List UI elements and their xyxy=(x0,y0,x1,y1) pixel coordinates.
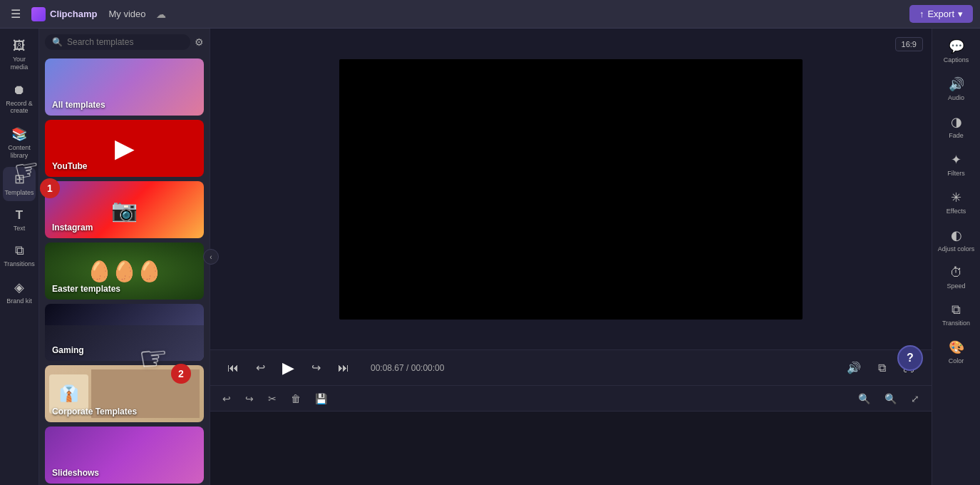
filters-icon: ✦ xyxy=(951,152,961,168)
total-time: 00:00:00 xyxy=(411,363,445,373)
aspect-ratio-badge[interactable]: 16:9 xyxy=(895,37,923,51)
file-name[interactable]: My video xyxy=(108,9,145,19)
right-tool-speed[interactable]: ⏱ Speed xyxy=(937,261,976,294)
search-input[interactable] xyxy=(67,37,183,47)
skip-forward-button[interactable]: ⏭ xyxy=(335,359,352,377)
export-label: Export xyxy=(927,9,954,19)
search-input-wrap[interactable]: 🔍 xyxy=(45,34,190,50)
right-tool-captions[interactable]: 💬 Captions xyxy=(937,34,976,68)
easter-eggs-icon: 🥚🥚🥚 xyxy=(87,260,162,283)
filters-label: Filters xyxy=(947,170,965,177)
logo-text: Clipchamp xyxy=(50,9,97,19)
transitions-icon: ⧉ xyxy=(15,243,24,258)
sidebar-item-transitions[interactable]: ⧉ Transitions xyxy=(3,239,36,272)
app-logo: Clipchamp xyxy=(31,7,97,21)
right-tool-color[interactable]: 🎨 Color xyxy=(937,335,976,369)
right-tool-audio[interactable]: 🔊 Audio xyxy=(937,72,976,106)
template-easter-label: Easter templates xyxy=(52,284,120,294)
text-label: Text xyxy=(14,225,26,233)
sidebar-item-text[interactable]: T Text xyxy=(3,204,36,237)
brand-kit-label: Brand kit xyxy=(6,297,32,305)
speed-icon: ⏱ xyxy=(950,265,963,280)
youtube-icon: ▶ xyxy=(115,133,135,163)
record-create-label: Record & create xyxy=(4,100,34,116)
sidebar-item-templates[interactable]: ⊞ Templates xyxy=(3,167,36,201)
effects-icon: ✳ xyxy=(951,190,961,205)
redo-button[interactable]: ↪ xyxy=(242,391,257,407)
sidebar-item-content-library[interactable]: 📚 Content library xyxy=(3,122,36,164)
template-card-instagram[interactable]: 📷 Instagram xyxy=(45,181,204,238)
right-tool-fade[interactable]: ◑ Fade xyxy=(937,110,976,143)
play-button[interactable]: ▶ xyxy=(279,356,297,380)
current-time: 00:08.67 xyxy=(371,363,404,373)
template-corporate-label: Corporate Templates xyxy=(52,407,137,417)
search-icon: 🔍 xyxy=(52,37,63,47)
sidebar-item-your-media[interactable]: 🖼 Your media xyxy=(3,34,36,76)
captions-label: Captions xyxy=(944,56,969,63)
right-tool-adjust-colors[interactable]: ◐ Adjust colors xyxy=(937,223,976,257)
time-separator: / xyxy=(406,363,411,373)
export-button[interactable]: ↑ Export ▾ xyxy=(909,5,973,23)
sidebar-item-brand-kit[interactable]: ◈ Brand kit xyxy=(3,275,36,310)
template-youtube-label: YouTube xyxy=(52,161,88,171)
adjust-colors-icon: ◐ xyxy=(951,228,962,243)
forward-button[interactable]: ↪ xyxy=(309,358,324,377)
timeline-toolbar: ↩ ↪ ✂ 🗑 💾 🔍 🔍 ⤢ xyxy=(210,386,932,412)
your-media-label: Your media xyxy=(4,56,34,71)
topbar: ☰ Clipchamp My video ☁ ↑ Export ▾ xyxy=(0,0,980,29)
template-card-all-templates[interactable]: All templates xyxy=(45,58,204,116)
adjust-colors-label: Adjust colors xyxy=(938,245,975,252)
audio-label: Audio xyxy=(948,94,964,101)
save-button[interactable]: 💾 xyxy=(311,391,331,407)
panel-wrapper: 🔍 ⚙ All templates ▶ YouTube 📷 xyxy=(39,29,210,485)
left-sidebar: 🖼 Your media ⏺ Record & create 📚 Content… xyxy=(0,29,39,485)
main-layout: 🖼 Your media ⏺ Record & create 📚 Content… xyxy=(0,29,980,485)
captions-icon: 💬 xyxy=(949,39,964,54)
cloud-sync-icon: ☁ xyxy=(156,9,166,20)
transition-icon: ⧉ xyxy=(951,302,961,317)
fade-label: Fade xyxy=(949,132,964,139)
video-screen xyxy=(339,59,803,320)
center-area: 16:9 ⏮ ↩ ▶ ↪ ⏭ 00:08.67 / 00:00:00 🔊 ⧉ ⛶… xyxy=(210,29,932,485)
collapse-panel-button[interactable]: ‹ xyxy=(203,249,219,265)
rewind-button[interactable]: ↩ xyxy=(253,358,268,377)
zoom-out-button[interactable]: 🔍 xyxy=(855,391,874,407)
cut-button[interactable]: ✂ xyxy=(264,391,280,407)
skip-back-button[interactable]: ⏮ xyxy=(225,359,242,377)
right-tool-effects[interactable]: ✳ Effects xyxy=(937,185,976,219)
right-tool-transition[interactable]: ⧉ Transition xyxy=(937,298,976,331)
template-instagram-label: Instagram xyxy=(52,223,93,233)
video-preview-area: 16:9 xyxy=(210,29,932,349)
zoom-in-button[interactable]: 🔍 xyxy=(881,391,900,407)
templates-icon: ⊞ xyxy=(14,171,25,187)
color-label: Color xyxy=(949,357,964,364)
speed-label: Speed xyxy=(947,282,965,290)
template-all-templates-label: All templates xyxy=(52,100,105,110)
template-card-gaming[interactable]: Gaming xyxy=(45,304,204,361)
template-card-youtube[interactable]: ▶ YouTube xyxy=(45,120,204,177)
undo-button[interactable]: ↩ xyxy=(219,391,234,407)
time-display: 00:08.67 / 00:00:00 xyxy=(371,363,444,373)
template-card-slideshows[interactable]: Slideshows xyxy=(45,427,204,484)
delete-button[interactable]: 🗑 xyxy=(287,391,304,407)
color-icon: 🎨 xyxy=(949,340,964,355)
help-button[interactable]: ? xyxy=(897,345,923,371)
filter-icon[interactable]: ⚙ xyxy=(195,36,204,48)
menu-icon[interactable]: ☰ xyxy=(7,7,24,21)
audio-icon: 🔊 xyxy=(949,76,964,92)
volume-button[interactable]: 🔊 xyxy=(844,358,864,377)
brand-kit-icon: ◈ xyxy=(14,280,24,295)
template-card-easter[interactable]: 🥚🥚🥚 Easter templates xyxy=(45,242,204,300)
fade-icon: ◑ xyxy=(951,114,962,130)
templates-search-bar: 🔍 ⚙ xyxy=(39,29,210,56)
sidebar-item-record-create[interactable]: ⏺ Record & create xyxy=(3,78,36,120)
template-card-corporate[interactable]: 👔 Corporate Templates xyxy=(45,365,204,422)
transitions-label: Transitions xyxy=(4,260,35,268)
pip-button[interactable]: ⧉ xyxy=(875,359,889,377)
transition-label: Transition xyxy=(942,320,970,327)
logo-icon xyxy=(31,7,46,21)
record-create-icon: ⏺ xyxy=(13,83,26,98)
instagram-icon: 📷 xyxy=(111,198,138,223)
expand-timeline-button[interactable]: ⤢ xyxy=(907,391,923,407)
right-tool-filters[interactable]: ✦ Filters xyxy=(937,148,976,181)
